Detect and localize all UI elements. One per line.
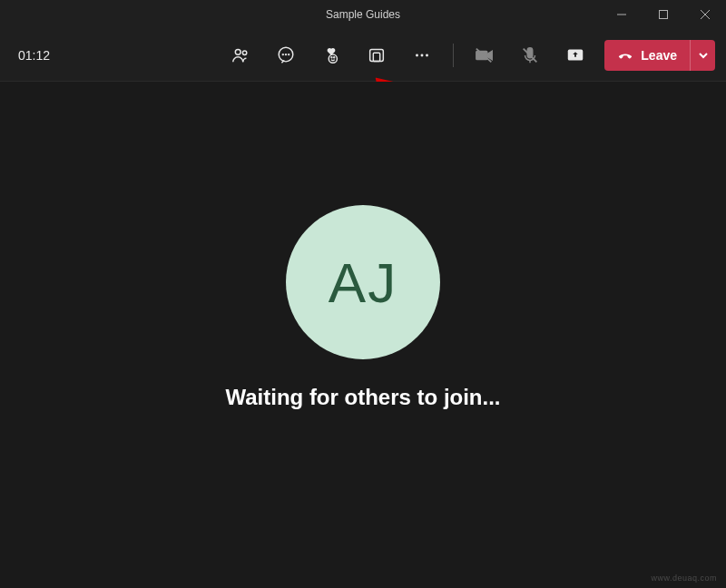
window-controls — [601, 0, 726, 29]
close-window-button[interactable] — [684, 0, 726, 29]
avatar: AJ — [286, 205, 440, 359]
svg-point-15 — [416, 54, 418, 56]
meeting-toolbar: 01:12 Leave — [0, 29, 726, 82]
window-title: Sample Guides — [326, 8, 400, 21]
titlebar: Sample Guides — [0, 0, 726, 29]
toolbar-divider — [453, 44, 454, 67]
participants-button[interactable] — [221, 37, 260, 74]
share-screen-button[interactable] — [555, 37, 595, 74]
svg-point-12 — [334, 56, 335, 57]
avatar-initials: AJ — [329, 250, 397, 315]
svg-point-8 — [286, 54, 287, 54]
svg-rect-1 — [660, 11, 668, 19]
leave-group: Leave — [604, 40, 715, 71]
watermark: www.deuaq.com — [651, 573, 717, 583]
more-actions-button[interactable] — [402, 37, 442, 74]
svg-point-9 — [289, 54, 289, 54]
chat-button[interactable] — [266, 37, 306, 74]
svg-point-5 — [243, 51, 247, 54]
svg-rect-13 — [370, 49, 384, 61]
svg-rect-14 — [374, 53, 380, 61]
svg-point-4 — [236, 49, 241, 54]
leave-dropdown-button[interactable] — [690, 40, 715, 71]
leave-label: Leave — [641, 48, 677, 63]
svg-point-17 — [426, 54, 428, 56]
svg-point-16 — [421, 54, 424, 56]
minimize-button[interactable] — [601, 0, 643, 29]
meeting-stage: AJ Waiting for others to join... — [0, 82, 726, 588]
hangup-icon — [617, 45, 633, 64]
svg-point-7 — [283, 54, 284, 54]
maximize-button[interactable] — [643, 0, 684, 29]
svg-point-11 — [331, 56, 332, 57]
reactions-button[interactable] — [311, 37, 351, 74]
call-timer: 01:12 — [18, 48, 50, 63]
mic-off-button[interactable] — [510, 37, 550, 74]
leave-button[interactable]: Leave — [604, 40, 690, 71]
camera-off-button[interactable] — [465, 37, 505, 74]
svg-point-10 — [329, 54, 338, 63]
waiting-text: Waiting for others to join... — [225, 385, 500, 410]
